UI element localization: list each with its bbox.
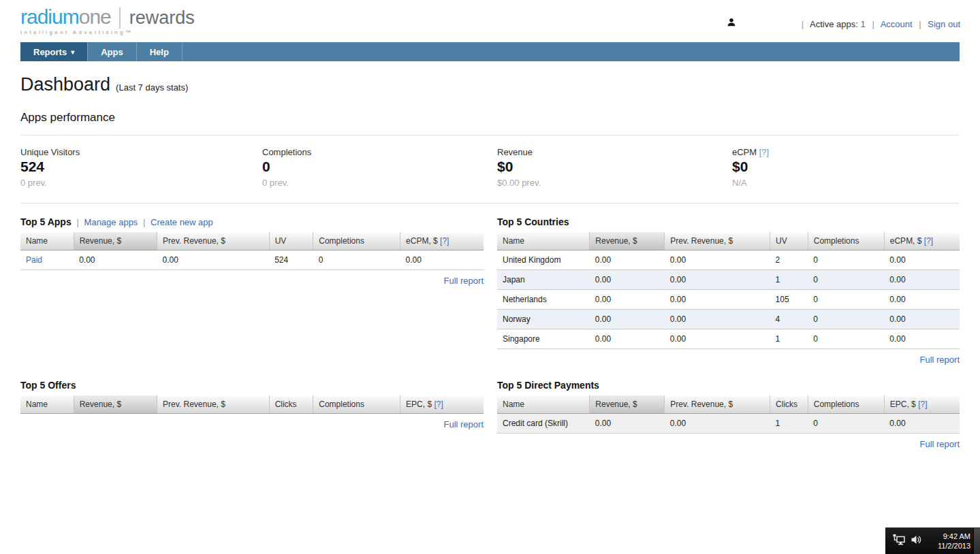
user-links: | Active apps: 1 | Account | Sign out — [797, 19, 960, 29]
table-cell: 2 — [770, 250, 808, 270]
help-icon[interactable]: [?] — [759, 147, 769, 157]
table-cell: 0.00 — [884, 250, 960, 270]
full-report-link[interactable]: Full report — [497, 439, 960, 449]
table-cell: 0.00 — [157, 250, 270, 270]
full-report-link[interactable]: Full report — [20, 419, 484, 429]
column-header[interactable]: UV — [770, 232, 808, 250]
table-cell: 0.00 — [590, 329, 665, 349]
table-cell: United Kingdom — [497, 250, 590, 270]
table-cell: 0.00 — [884, 310, 960, 329]
app-header: radiumone rewards Intelligent Advertisin… — [0, 0, 980, 42]
column-header[interactable]: Clicks — [770, 395, 808, 414]
table-cell: 0.00 — [884, 290, 960, 310]
column-header[interactable]: Revenue, $ — [74, 232, 157, 250]
help-icon[interactable]: [?] — [438, 236, 449, 246]
create-new-app-link[interactable]: Create new app — [151, 217, 213, 227]
column-header[interactable]: Prev. Revenue, $ — [665, 232, 770, 250]
table-cell: 1 — [770, 329, 808, 349]
app-logo: radiumone rewards Intelligent Advertisin… — [20, 5, 195, 35]
nav-item-apps[interactable]: Apps — [88, 42, 137, 61]
table-cell: 0.00 — [400, 250, 484, 270]
volume-icon[interactable] — [911, 534, 922, 548]
column-header[interactable]: Revenue, $ — [590, 232, 665, 250]
column-header[interactable]: Completions — [808, 395, 884, 414]
column-header[interactable]: Completions — [313, 232, 400, 250]
table-row: Norway0.000.00400.00 — [497, 310, 960, 329]
table-cell: 0.00 — [590, 250, 665, 270]
page: radiumone rewards Intelligent Advertisin… — [0, 0, 980, 554]
help-icon[interactable]: [?] — [432, 400, 443, 409]
column-header[interactable]: Name — [20, 232, 74, 250]
section-top5-countries: Top 5 Countries NameRevenue, $Prev. Reve… — [497, 216, 960, 365]
column-header[interactable]: EPC, $ [?] — [400, 395, 484, 414]
manage-apps-link[interactable]: Manage apps — [84, 217, 138, 227]
tray-clock[interactable]: 9:42 AM 11/2/2013 — [922, 532, 980, 551]
column-header[interactable]: Name — [497, 395, 590, 414]
table-cell: 1 — [770, 270, 808, 290]
column-header[interactable]: Prev. Revenue, $ — [157, 232, 270, 250]
section-title: Top 5 Countries — [497, 216, 569, 227]
stat-ecpm: eCPM [?] $0 N/A — [732, 147, 960, 188]
nav-item-reports[interactable]: Reports ▾ — [20, 42, 88, 61]
section-title: Top 5 Direct Payments — [497, 380, 599, 391]
column-header[interactable]: Clicks — [269, 395, 313, 414]
table-header-row: NameRevenue, $Prev. Revenue, $UVCompleti… — [497, 232, 960, 250]
signout-link[interactable]: Sign out — [928, 19, 960, 29]
table-cell: 0.00 — [665, 310, 770, 329]
stat-unique-visitors: Unique Visitors 524 0 prev. — [20, 147, 262, 188]
help-icon[interactable]: [?] — [916, 400, 928, 409]
column-header[interactable]: Name — [497, 232, 590, 250]
logo-product: rewards — [119, 7, 195, 29]
table-row: United Kingdom0.000.00200.00 — [497, 250, 960, 270]
table-cell: 0 — [808, 270, 884, 290]
nav-item-help-label: Help — [150, 47, 169, 57]
table-cell: Netherlands — [497, 290, 590, 310]
column-header[interactable]: UV — [269, 232, 313, 250]
column-header[interactable]: Prev. Revenue, $ — [157, 395, 270, 414]
stat-value: $0 — [732, 159, 960, 175]
column-header[interactable]: Revenue, $ — [590, 395, 665, 414]
help-icon[interactable]: [?] — [921, 236, 933, 246]
column-header[interactable]: Completions — [313, 395, 400, 414]
column-header[interactable]: Revenue, $ — [74, 395, 157, 414]
table-cell: 4 — [770, 310, 808, 329]
table-header-row: NameRevenue, $Prev. Revenue, $ClicksComp… — [497, 395, 960, 414]
table-cell: 0.00 — [590, 290, 665, 310]
section-title: Top 5 Offers — [20, 380, 76, 391]
nav-item-help[interactable]: Help — [137, 42, 183, 61]
column-header[interactable]: EPC, $ [?] — [884, 395, 960, 414]
account-link[interactable]: Account — [881, 19, 913, 29]
stat-label: Unique Visitors — [20, 147, 262, 157]
row-name-link[interactable]: Paid — [26, 255, 42, 265]
table-header-row: NameRevenue, $Prev. Revenue, $UVCompleti… — [20, 232, 484, 250]
full-report-link[interactable]: Full report — [497, 355, 960, 365]
separator: | — [143, 217, 145, 227]
table-header-row: NameRevenue, $Prev. Revenue, $ClicksComp… — [20, 395, 484, 414]
table-cell: 0.00 — [590, 414, 665, 434]
table-cell: 105 — [770, 290, 808, 310]
table-cell: 0.00 — [665, 414, 770, 434]
column-header[interactable]: Prev. Revenue, $ — [665, 395, 770, 414]
table-cell: 0 — [808, 290, 884, 310]
stats-row: Unique Visitors 524 0 prev. Completions … — [20, 135, 960, 203]
stat-prev: N/A — [732, 178, 960, 188]
table-cell: 524 — [269, 250, 313, 270]
table-cell: 0 — [808, 250, 884, 270]
table-row: Credit card (Skrill)0.000.00100.00 — [497, 414, 960, 434]
user-icon — [727, 18, 736, 27]
show-desktop-button[interactable] — [973, 528, 980, 554]
active-apps-label: Active apps: — [810, 19, 858, 29]
column-header[interactable]: eCPM, $ [?] — [884, 232, 960, 250]
column-header[interactable]: eCPM, $ [?] — [400, 232, 484, 250]
nav-bar: Reports ▾ Apps Help — [20, 42, 960, 61]
logo-radium: radium — [20, 5, 79, 29]
column-header[interactable]: Completions — [808, 232, 884, 250]
network-icon[interactable] — [892, 534, 906, 549]
section-title: Top 5 Apps — [20, 216, 72, 227]
stat-value: $0 — [497, 159, 732, 175]
stat-prev: $0.00 prev. — [497, 178, 732, 188]
table-cell: 1 — [770, 414, 808, 434]
column-header[interactable]: Name — [20, 395, 74, 414]
full-report-link[interactable]: Full report — [20, 276, 484, 286]
nav-item-reports-label: Reports — [33, 47, 67, 57]
